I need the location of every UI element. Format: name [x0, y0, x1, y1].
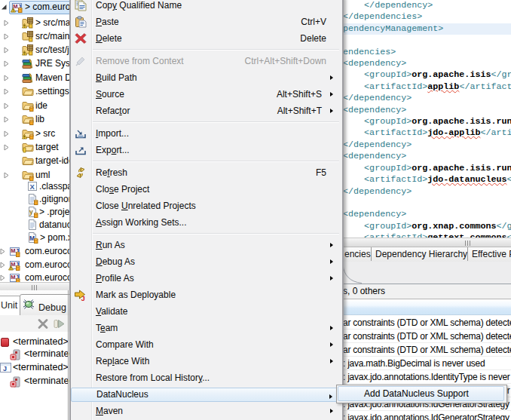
svg-text:J: J [81, 294, 85, 302]
svg-text:X: X [30, 182, 35, 191]
svg-text:M: M [29, 235, 35, 242]
svg-text:y: y [29, 208, 33, 216]
svg-text:J: J [3, 365, 7, 372]
